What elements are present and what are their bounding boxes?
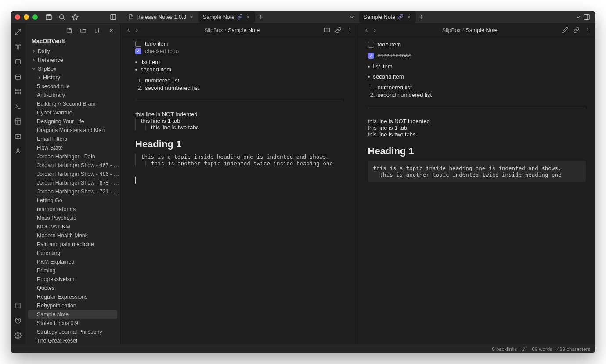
file-item[interactable]: Email Filters: [25, 135, 120, 143]
edit-view-icon[interactable]: [561, 27, 568, 34]
file-item[interactable]: Letting Go: [25, 196, 120, 205]
preview-content[interactable]: todo item checked todo list item second …: [358, 37, 596, 344]
file-item[interactable]: Anti-Library: [25, 91, 120, 100]
checkbox-checked-icon[interactable]: [135, 48, 141, 54]
close-tab-icon[interactable]: ×: [406, 14, 411, 20]
new-tab-button[interactable]: +: [255, 13, 266, 21]
text-line: this line is two tabs: [151, 124, 199, 131]
tab[interactable]: Sample Note×: [198, 11, 255, 23]
mic-icon[interactable]: [14, 147, 22, 155]
todo-item-text: checked todo: [378, 52, 411, 59]
file-item[interactable]: Jordan Harbinger Show - 467 - Extra...: [25, 161, 120, 170]
nav-forward-icon[interactable]: [371, 26, 379, 34]
svg-point-4: [19, 45, 20, 46]
record-icon[interactable]: [14, 132, 22, 140]
linked-icon: [398, 14, 404, 20]
chevron-right-icon[interactable]: [32, 58, 36, 62]
new-folder-icon[interactable]: [79, 27, 87, 34]
checkbox-icon[interactable]: [135, 41, 141, 47]
more-icon[interactable]: [346, 27, 354, 34]
canvas-icon[interactable]: [14, 58, 22, 66]
file-item[interactable]: marrion reforms: [25, 205, 120, 214]
file-item[interactable]: Modern Health Monk: [25, 231, 120, 240]
file-item[interactable]: Parenting: [25, 249, 120, 257]
chevron-right-icon[interactable]: [32, 49, 36, 54]
file-item[interactable]: The Great Reset: [25, 336, 120, 344]
folder-item[interactable]: History: [25, 73, 120, 82]
file-item[interactable]: Jordan Harbinger - Pain: [25, 152, 120, 161]
nav-back-icon[interactable]: [125, 26, 133, 34]
minimize-window-button[interactable]: [24, 14, 29, 20]
command-icon[interactable]: [14, 103, 22, 111]
file-item[interactable]: Jordan Harbinger Show - 678 - Nego...: [25, 178, 120, 187]
new-note-icon[interactable]: [65, 27, 72, 34]
templates-icon[interactable]: [14, 88, 22, 96]
backlinks-count[interactable]: 0 backlinks: [492, 346, 517, 352]
more-icon[interactable]: [584, 27, 591, 34]
quick-switcher-icon[interactable]: [14, 28, 22, 36]
left-panel-toggle-icon[interactable]: [109, 13, 118, 21]
nav-back-icon[interactable]: [363, 26, 371, 34]
maximize-window-button[interactable]: [32, 14, 38, 20]
help-icon[interactable]: [14, 317, 22, 325]
file-item[interactable]: Rehypothication: [25, 301, 120, 310]
tab[interactable]: Sample Note×: [359, 11, 416, 23]
edit-status-icon[interactable]: [521, 346, 527, 352]
file-item[interactable]: Regular Expressions: [25, 293, 120, 301]
checkbox-checked-icon[interactable]: [368, 53, 374, 59]
file-item[interactable]: Jordan Harbinger Show - 721 - Buildi...: [25, 187, 120, 196]
file-item[interactable]: MOC vs PKM: [25, 222, 120, 231]
file-item[interactable]: PKM Explained: [25, 257, 120, 266]
right-panel-toggle-icon[interactable]: [582, 13, 591, 21]
collapse-icon[interactable]: [108, 27, 115, 34]
vault-icon[interactable]: [45, 13, 53, 21]
file-item[interactable]: Flow State: [25, 143, 120, 152]
tab[interactable]: Release Notes 1.0.3×: [124, 11, 198, 23]
breadcrumb[interactable]: SlipBox/Sample Note: [379, 27, 562, 33]
sort-icon[interactable]: [94, 27, 101, 34]
file-item[interactable]: Cyber Warfare: [25, 108, 120, 117]
tab-dropdown-right-icon[interactable]: [574, 13, 582, 21]
file-item[interactable]: Progressiveism: [25, 275, 120, 284]
settings-icon[interactable]: [14, 332, 22, 339]
reading-view-icon[interactable]: [324, 27, 331, 34]
file-item[interactable]: Pain and pain medicine: [25, 240, 120, 249]
file-item[interactable]: Building A Second Brain: [25, 100, 120, 108]
file-item[interactable]: Stolen Focus 0.9: [25, 319, 120, 328]
list-item: list item: [373, 63, 393, 70]
file-item[interactable]: Sample Note: [28, 310, 117, 319]
folder-item[interactable]: Reference: [25, 56, 120, 64]
file-item[interactable]: Strategy Journal Philosphy: [25, 328, 120, 336]
file-item[interactable]: Priming: [25, 266, 120, 275]
link-pane-icon[interactable]: [335, 27, 342, 34]
chevron-right-icon[interactable]: [37, 75, 41, 80]
breadcrumb[interactable]: SlipBox/Sample Note: [141, 27, 324, 33]
chevron-down-icon[interactable]: [32, 67, 36, 71]
nav-forward-icon[interactable]: [133, 26, 141, 34]
editor-content[interactable]: todo item checked todo list item second …: [120, 37, 358, 344]
new-tab-right-button[interactable]: +: [416, 13, 427, 21]
word-count[interactable]: 69 words: [532, 346, 552, 352]
folder-item[interactable]: SlipBox: [25, 64, 120, 73]
file-item[interactable]: 5 second rule: [25, 82, 120, 91]
search-icon[interactable]: [58, 13, 66, 21]
file-item[interactable]: Dragons Monsters and Men: [25, 126, 120, 135]
checkbox-icon[interactable]: [368, 42, 374, 48]
graph-icon[interactable]: [14, 43, 22, 51]
slides-icon[interactable]: [14, 118, 22, 125]
close-tab-icon[interactable]: ×: [245, 14, 251, 20]
star-icon[interactable]: [71, 13, 79, 21]
vault-name[interactable]: MacOBVault: [25, 37, 120, 47]
close-window-button[interactable]: [15, 14, 20, 20]
link-pane-icon[interactable]: [573, 27, 580, 34]
close-tab-icon[interactable]: ×: [189, 14, 194, 20]
file-item[interactable]: Mass Psychosis: [25, 214, 120, 222]
tab-dropdown-icon[interactable]: [348, 13, 356, 21]
char-count[interactable]: 429 characters: [557, 346, 590, 352]
file-item[interactable]: Designing Your Life: [25, 117, 120, 126]
another-vault-icon[interactable]: [14, 302, 22, 310]
file-item[interactable]: Quotes: [25, 284, 120, 293]
folder-item[interactable]: Daily: [25, 47, 120, 56]
file-item[interactable]: Jordan Harbinger Show - 486 - Deep...: [25, 170, 120, 178]
daily-note-icon[interactable]: [14, 73, 22, 81]
